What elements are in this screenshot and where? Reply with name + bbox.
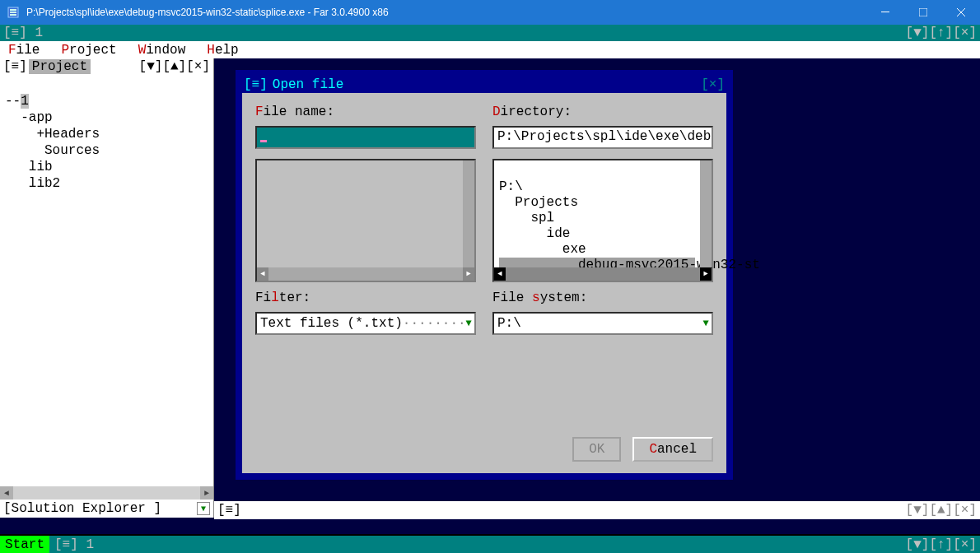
sidebar-footer: [Solution Explorer ] ▼ <box>0 500 213 518</box>
sidebar-header: [≡] Project [▼][▲][×] <box>0 58 213 75</box>
dir-list-hscroll[interactable]: ◄ ► <box>494 267 712 281</box>
filename-label: File name: <box>255 105 476 119</box>
tree-sources[interactable]: Sources <box>5 143 100 158</box>
tree-lib2[interactable]: lib2 <box>5 176 60 191</box>
dialog-title: Open file <box>273 77 343 92</box>
window-titlebar: P:\Projects\spl\ide\exe\debug-msvc2015-w… <box>0 0 980 25</box>
dir-item[interactable]: ide <box>499 226 570 241</box>
open-file-dialog: [≡] Open file [×] File name: Directory: … <box>236 70 733 480</box>
scroll-right-icon[interactable]: ► <box>200 486 213 500</box>
work-area: [≡] Project [▼][▲][×] --1 -app +Headers … <box>0 58 980 534</box>
file-list-hscroll[interactable]: ◄ ► <box>257 267 474 281</box>
app-icon <box>7 6 20 19</box>
menu-bar: File Project Window Help <box>0 41 980 58</box>
tree-lib[interactable]: lib <box>5 160 53 174</box>
chevron-down-icon[interactable]: ▼ <box>700 318 712 329</box>
dialog-titlebar: [≡] Open file [×] <box>242 77 726 93</box>
status-segment[interactable]: [≡] 1 <box>49 537 99 552</box>
dir-item[interactable]: exe <box>499 242 586 257</box>
editor-tab-strip: [≡] [▼][▲][×] <box>214 501 980 519</box>
main-area: [≡] [▼][▲][×] [≡] Open file [×] File nam… <box>214 58 980 534</box>
editor-tabstrip-left[interactable]: [≡] <box>217 503 241 518</box>
window-close-button[interactable] <box>942 0 980 25</box>
dir-item[interactable]: P:\ <box>499 179 523 194</box>
tree-headers[interactable]: +Headers <box>5 127 100 142</box>
filter-combo[interactable]: Text files (*.txt)········ ▼ <box>255 312 476 335</box>
file-listbox[interactable]: ◄ ► <box>255 159 476 282</box>
menu-window[interactable]: Window <box>138 43 186 58</box>
menu-help[interactable]: Help <box>207 43 238 58</box>
filesystem-combo[interactable]: P:\ ▼ <box>492 312 713 335</box>
svg-rect-2 <box>10 12 16 13</box>
sidebar-header-controls[interactable]: [▼][▲][×] <box>139 59 210 74</box>
dialog-menu-icon[interactable]: [≡] <box>244 77 268 92</box>
status-bar: Start [≡] 1 [▼][↑][×] <box>0 536 980 553</box>
scroll-left-icon[interactable]: ◄ <box>257 267 268 281</box>
filter-label: Filter: <box>255 290 476 305</box>
directory-label: Directory: <box>492 105 713 119</box>
svg-rect-4 <box>881 12 889 12</box>
sidebar-panel: [≡] Project [▼][▲][×] --1 -app +Headers … <box>0 58 214 518</box>
status-controls[interactable]: [▼][↑][×] <box>906 537 977 552</box>
scroll-right-icon[interactable]: ► <box>700 267 712 281</box>
scroll-right-icon[interactable]: ► <box>463 267 474 281</box>
tree-app[interactable]: -app <box>5 110 53 125</box>
top-tab-strip: [≡] 1 [▼][↑][×] <box>0 25 980 41</box>
start-button[interactable]: Start <box>0 536 49 553</box>
directory-listbox[interactable]: P:\ Projects spl ide exe debug-msvc2015-… <box>492 159 713 282</box>
svg-rect-3 <box>10 14 16 16</box>
sidebar-footer-label: [Solution Explorer ] <box>3 501 195 516</box>
scroll-track[interactable] <box>13 486 200 500</box>
chevron-down-icon[interactable]: ▼ <box>463 318 474 329</box>
directory-input[interactable]: P:\Projects\spl\ide\exe\debu <box>492 126 713 149</box>
menu-file[interactable]: File <box>8 43 40 58</box>
window-minimize-button[interactable] <box>866 0 904 25</box>
project-tree[interactable]: --1 -app +Headers Sources lib lib2 <box>0 75 213 210</box>
filename-input[interactable] <box>255 126 476 149</box>
top-tab-label[interactable]: [≡] 1 <box>3 26 904 40</box>
cancel-button[interactable]: Cancel <box>632 437 713 462</box>
dialog-body: File name: Directory: P:\Projects\spl\id… <box>242 93 726 473</box>
scroll-left-icon[interactable]: ◄ <box>494 267 506 281</box>
window-title: P:\Projects\spl\ide\exe\debug-msvc2015-w… <box>25 7 866 18</box>
ok-button[interactable]: OK <box>572 437 621 462</box>
tree-root[interactable]: --1 <box>5 94 29 109</box>
file-list-vscroll[interactable] <box>463 160 474 267</box>
scroll-left-icon[interactable]: ◄ <box>0 486 13 500</box>
svg-rect-5 <box>919 8 927 16</box>
sidebar-footer-dropdown[interactable]: ▼ <box>197 502 210 515</box>
dir-list-vscroll[interactable] <box>700 160 712 267</box>
dir-item[interactable]: Projects <box>499 195 578 210</box>
menu-project[interactable]: Project <box>61 43 116 58</box>
svg-rect-1 <box>10 9 16 11</box>
dir-item[interactable]: spl <box>499 211 554 225</box>
editor-tabstrip-controls[interactable]: [▼][▲][×] <box>906 503 977 518</box>
sidebar-title: Project <box>29 59 91 74</box>
window-maximize-button[interactable] <box>904 0 942 25</box>
top-tab-controls[interactable]: [▼][↑][×] <box>906 26 977 40</box>
sidebar-menu-icon[interactable]: [≡] <box>3 59 27 74</box>
dialog-close-icon[interactable]: [×] <box>701 77 725 92</box>
sidebar-hscroll[interactable]: ◄ ► <box>0 486 213 500</box>
